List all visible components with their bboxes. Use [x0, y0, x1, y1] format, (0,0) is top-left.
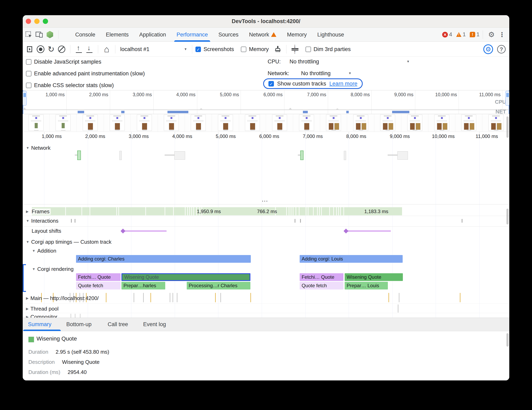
group-addition[interactable]: ▼ Addition	[32, 248, 56, 254]
flame-bar[interactable]: Quote fetch	[300, 282, 344, 290]
home-icon[interactable]: ⌂	[102, 45, 111, 54]
interaction-marker[interactable]	[294, 219, 295, 223]
filmstrip-frame[interactable]	[374, 114, 401, 132]
tab-console[interactable]: Console	[70, 27, 101, 42]
triangle-down-icon[interactable]: ▼	[32, 267, 36, 271]
dim-3rd-parties-checkbox[interactable]: Dim 3rd parties	[305, 46, 351, 53]
track-layout-shifts[interactable]: Layout shifts	[32, 228, 61, 234]
flame-bar[interactable]: Prepar… Louis	[345, 282, 388, 290]
tab-summary[interactable]: Summary	[28, 318, 51, 331]
scrollbar-thumb[interactable]	[506, 117, 508, 138]
toggle-sidebar-icon[interactable]	[26, 45, 34, 54]
network-throttle-value[interactable]: No throttling	[301, 70, 331, 77]
device-toolbar-icon[interactable]	[35, 30, 44, 39]
filmstrip-frame[interactable]	[131, 114, 158, 132]
flame-bar[interactable]: Quote fetch	[76, 282, 121, 290]
collapse-sections-icon[interactable]: ↓ ↑	[291, 45, 299, 54]
memory-checkbox[interactable]: Memory	[241, 46, 269, 53]
track-frames[interactable]: ▶ Frames	[26, 209, 51, 215]
tab-bottom-up[interactable]: Bottom-up	[66, 318, 92, 331]
tab-application[interactable]: Application	[134, 27, 171, 42]
show-custom-tracks-highlight[interactable]: ✓ Show custom tracks Learn more	[263, 78, 363, 89]
flame-bar[interactable]: Fetchi… Quote	[300, 273, 344, 281]
capture-settings-gear-icon[interactable]: ⚙	[483, 44, 493, 54]
tab-network[interactable]: Network !	[244, 27, 282, 42]
interaction-marker[interactable]	[75, 219, 76, 223]
window-titlebar[interactable]: DevTools - localhost:4200/	[23, 15, 509, 27]
help-icon[interactable]: ?	[497, 45, 506, 54]
triangle-down-icon[interactable]: ▼	[32, 249, 36, 253]
filmstrip-frame[interactable]	[455, 114, 482, 132]
filmstrip-frame[interactable]	[347, 114, 374, 132]
filmstrip-frame[interactable]	[158, 114, 185, 132]
upload-profile-icon[interactable]: ↑	[74, 45, 83, 54]
track-main-thread[interactable]: ▶ Main — http://localhost:4200/	[26, 295, 99, 301]
group-corgi-rendering[interactable]: ▼ Corgi rendering	[32, 266, 74, 272]
filmstrip-frame[interactable]	[320, 114, 347, 132]
clear-icon[interactable]	[57, 45, 66, 54]
network-request-bar[interactable]	[174, 151, 185, 160]
flame-bar[interactable]: Wisening Quote	[345, 273, 403, 281]
interaction-marker[interactable]	[462, 219, 463, 223]
filmstrip-frame[interactable]	[401, 114, 428, 132]
triangle-down-icon[interactable]: ▼	[26, 240, 29, 244]
track-thread-pool[interactable]: ▶ Thread pool	[26, 306, 59, 312]
track-network[interactable]: ▼ Network	[26, 145, 50, 151]
flame-bar[interactable]: Fetchi… Quote	[76, 273, 121, 281]
disable-js-samples-checkbox[interactable]: Disable JavaScript samples	[26, 58, 101, 66]
filmstrip-frame[interactable]	[104, 114, 131, 132]
triangle-down-icon[interactable]: ▼	[26, 146, 29, 150]
issues-badge[interactable]: ! 1	[470, 31, 479, 38]
network-request-bar[interactable]	[119, 151, 122, 160]
tab-memory[interactable]: Memory	[282, 27, 312, 42]
screenshots-checkbox[interactable]: ✓ Screenshots	[195, 46, 234, 53]
filmstrip-frame[interactable]	[239, 114, 266, 132]
flame-bar[interactable]: Processing…r Charles	[187, 282, 250, 290]
warning-badge[interactable]: ! 1	[456, 31, 466, 38]
filmstrip-frame[interactable]	[185, 114, 212, 132]
layout-shift-marker[interactable]	[343, 228, 348, 233]
triangle-right-icon[interactable]: ▶	[26, 296, 28, 301]
network-request-bar[interactable]	[397, 151, 408, 160]
inspect-element-icon[interactable]	[24, 30, 33, 39]
tab-call-tree[interactable]: Call tree	[108, 318, 128, 331]
tab-lighthouse[interactable]: Lighthouse	[312, 27, 349, 42]
filmstrip-frame[interactable]	[77, 114, 104, 132]
overview-left-handle[interactable]	[23, 91, 27, 106]
network-request-bar[interactable]	[344, 151, 346, 160]
triangle-right-icon[interactable]: ▶	[26, 307, 28, 311]
chevron-down-icon[interactable]: ▼	[407, 60, 410, 64]
tab-sources[interactable]: Sources	[213, 27, 244, 42]
cpu-throttle-value[interactable]: No throttling	[290, 59, 319, 65]
collect-garbage-icon[interactable]	[273, 45, 282, 54]
tab-event-log[interactable]: Event log	[143, 318, 166, 331]
kebab-menu-icon[interactable]: ⋮	[498, 30, 506, 39]
advanced-paint-checkbox[interactable]: Enable advanced paint instrumentation (s…	[26, 70, 145, 78]
history-select[interactable]: localhost #1 ▼	[120, 46, 187, 53]
timeline-pane[interactable]: ▼ Network ⋯ ▶ Frames ▼ Interactions Layo…	[23, 132, 509, 318]
reload-and-record-icon[interactable]: ↻	[47, 45, 56, 54]
flame-bar[interactable]: Prepar…harles	[122, 282, 165, 290]
layout-shift-marker[interactable]	[120, 228, 125, 233]
track-partial-clipped[interactable]: ▶ Compositor	[26, 314, 57, 318]
tab-performance[interactable]: Performance	[171, 27, 213, 42]
pane-resize-ellipsis[interactable]: ⋯	[262, 197, 269, 205]
flame-bar[interactable]: Adding corgi: Louis	[300, 255, 403, 263]
filmstrip-frame[interactable]	[23, 114, 50, 132]
error-badge[interactable]: × 4	[442, 31, 452, 38]
scrollbar-thumb[interactable]	[506, 209, 508, 224]
network-request-bar[interactable]	[300, 151, 304, 160]
overview-right-handle[interactable]	[505, 91, 509, 106]
track-custom-corgi[interactable]: ▼ Corgi app timings — Custom track	[26, 239, 112, 245]
filmstrip-frame[interactable]	[293, 114, 320, 132]
chevron-down-icon[interactable]: ▼	[348, 72, 352, 75]
interaction-marker[interactable]	[300, 219, 301, 223]
learn-more-link[interactable]: Learn more	[330, 81, 357, 87]
tab-elements[interactable]: Elements	[101, 27, 134, 42]
filmstrip-frame[interactable]	[50, 114, 77, 132]
interaction-marker[interactable]	[71, 219, 72, 223]
flame-bar[interactable]: Adding corgi: Charles	[76, 255, 251, 263]
track-interactions[interactable]: ▼ Interactions	[26, 218, 58, 224]
flame-bar[interactable]: Wisening Quote	[122, 273, 250, 281]
filmstrip-frame[interactable]	[428, 114, 455, 132]
